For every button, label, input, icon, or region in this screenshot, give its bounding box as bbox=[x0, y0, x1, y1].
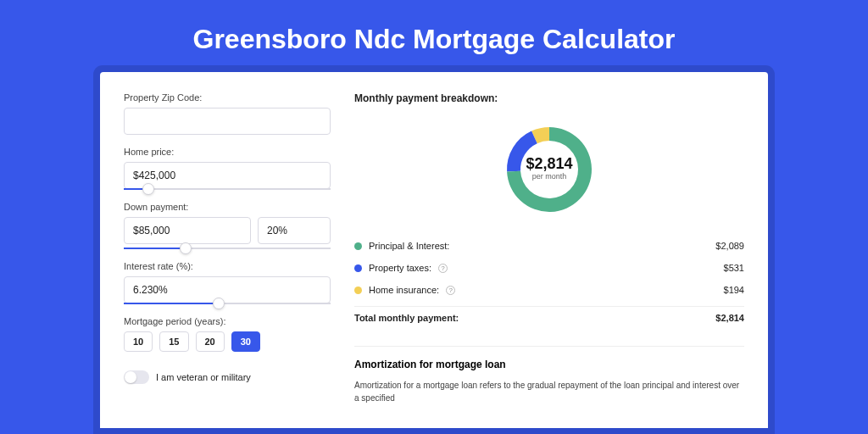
down-percent-input[interactable] bbox=[258, 217, 331, 244]
legend-dot bbox=[354, 242, 362, 250]
breakdown-panel: Monthly payment breakdown: $2,814 per mo… bbox=[354, 92, 744, 428]
breakdown-legend: Principal & Interest:$2,089Property taxe… bbox=[354, 235, 744, 329]
period-label: Mortgage period (years): bbox=[124, 316, 331, 326]
donut-amount: $2,814 bbox=[526, 155, 572, 172]
zip-field: Property Zip Code: bbox=[124, 92, 331, 135]
total-label: Total monthly payment: bbox=[354, 313, 459, 323]
period-options: 10152030 bbox=[124, 331, 331, 352]
period-30[interactable]: 30 bbox=[231, 331, 260, 352]
legend-row: Home insurance:?$194 bbox=[354, 279, 744, 301]
rate-input[interactable] bbox=[124, 276, 331, 303]
down-amount-input[interactable] bbox=[124, 217, 251, 244]
legend-label: Home insurance: bbox=[369, 285, 439, 295]
breakdown-donut: $2,814 per month bbox=[354, 118, 744, 221]
amortization-body: Amortization for a mortgage loan refers … bbox=[354, 379, 744, 404]
legend-total-row: Total monthly payment:$2,814 bbox=[354, 306, 744, 329]
veteran-label: I am veteran or military bbox=[156, 372, 251, 382]
breakdown-header: Monthly payment breakdown: bbox=[354, 92, 744, 104]
legend-label: Property taxes: bbox=[369, 263, 431, 273]
legend-dot bbox=[354, 264, 362, 272]
rate-label: Interest rate (%): bbox=[124, 261, 331, 271]
down-payment-field: Down payment: bbox=[124, 202, 331, 249]
home-price-field: Home price: bbox=[124, 147, 331, 190]
down-payment-label: Down payment: bbox=[124, 202, 331, 212]
legend-dot bbox=[354, 287, 362, 294]
legend-label: Principal & Interest: bbox=[369, 241, 449, 251]
legend-value: $2,089 bbox=[715, 241, 744, 251]
home-price-slider[interactable] bbox=[124, 188, 331, 190]
inputs-panel: Property Zip Code: Home price: Down paym… bbox=[124, 92, 331, 428]
page-title: Greensboro Ndc Mortgage Calculator bbox=[0, 0, 868, 72]
total-value: $2,814 bbox=[715, 313, 744, 323]
period-20[interactable]: 20 bbox=[196, 331, 225, 352]
donut-sublabel: per month bbox=[532, 172, 567, 181]
home-price-input[interactable] bbox=[124, 162, 331, 189]
zip-input[interactable] bbox=[124, 108, 331, 135]
legend-row: Principal & Interest:$2,089 bbox=[354, 235, 744, 257]
period-field: Mortgage period (years): 10152030 bbox=[124, 316, 331, 352]
home-price-label: Home price: bbox=[124, 147, 331, 157]
legend-row: Property taxes:?$531 bbox=[354, 257, 744, 279]
zip-label: Property Zip Code: bbox=[124, 92, 331, 103]
help-icon[interactable]: ? bbox=[446, 286, 455, 295]
rate-slider[interactable] bbox=[124, 303, 331, 304]
veteran-toggle-row: I am veteran or military bbox=[124, 370, 331, 384]
legend-value: $531 bbox=[724, 263, 744, 273]
down-payment-slider[interactable] bbox=[124, 248, 331, 249]
amortization-section: Amortization for mortgage loan Amortizat… bbox=[354, 346, 744, 404]
help-icon[interactable]: ? bbox=[438, 264, 448, 273]
period-15[interactable]: 15 bbox=[159, 331, 188, 352]
amortization-title: Amortization for mortgage loan bbox=[354, 359, 744, 370]
calculator-card: Property Zip Code: Home price: Down paym… bbox=[100, 72, 768, 428]
period-10[interactable]: 10 bbox=[124, 331, 153, 352]
rate-field: Interest rate (%): bbox=[124, 261, 331, 304]
legend-value: $194 bbox=[724, 285, 744, 295]
veteran-toggle[interactable] bbox=[124, 370, 149, 384]
